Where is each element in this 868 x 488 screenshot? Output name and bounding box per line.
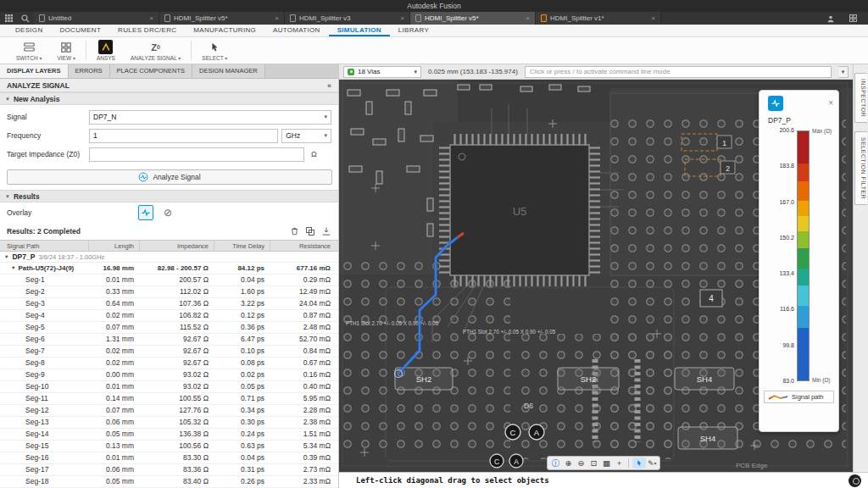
close-icon[interactable]: ×: [275, 14, 279, 22]
zoom-in-icon[interactable]: ⊕: [563, 457, 574, 469]
segment-row[interactable]: Seg-150.13 mm100.56 Ω0.63 ps5.34 mΩ: [0, 441, 338, 452]
assistant-button[interactable]: [849, 474, 861, 487]
draw-mode-button[interactable]: ✎▾: [648, 459, 657, 468]
close-icon[interactable]: ×: [526, 14, 530, 22]
ribbon-tab-document[interactable]: DOCUMENT: [51, 25, 109, 36]
segment-row[interactable]: Seg-90.00 mm93.02 Ω0.02 ps0.16 mΩ: [0, 369, 338, 381]
side-tab-inspector[interactable]: INSPECTOR: [854, 73, 867, 123]
pcb-viewport[interactable]: U5 SH2 SH2 SH4 SH4: [339, 80, 853, 472]
segment-row[interactable]: Seg-50.07 mm115.52 Ω0.36 ps2.48 mΩ: [0, 322, 338, 334]
segment-row[interactable]: Seg-100.01 mm93.02 Ω0.05 ps0.40 mΩ: [0, 381, 338, 393]
vias-dropdown[interactable]: 18 Vias ▾: [343, 66, 421, 78]
doc-tab[interactable]: Untitled×: [34, 12, 159, 25]
export-results-icon[interactable]: [321, 226, 331, 236]
compare-results-icon[interactable]: [305, 226, 315, 236]
segment-row[interactable]: Seg-180.05 mm83.40 Ω0.26 ps2.33 mΩ: [0, 476, 338, 488]
info-icon[interactable]: ⓘ: [550, 457, 561, 469]
chip-u5[interactable]: U5: [439, 134, 600, 286]
doc-tab[interactable]: HDMI_Splitter v5*×: [410, 12, 536, 25]
collapse-caret-icon[interactable]: ▼: [11, 263, 15, 274]
section-new-analysis[interactable]: ▼ New Analysis: [0, 92, 338, 105]
column-header[interactable]: Time Delay: [214, 241, 270, 251]
pcb-canvas-region: 18 Vias ▾ 0.025 mm (153.183 -135.974) ▾: [339, 64, 853, 472]
segment-resistance: 2.48 mΩ: [270, 322, 336, 333]
user-account-icon[interactable]: [822, 14, 839, 23]
segment-impedance: 93.02 Ω: [139, 369, 214, 380]
cursor-coordinates: 0.025 mm (153.183 -135.974): [428, 68, 518, 75]
side-tab-selection-filter[interactable]: SELECTION FILTER: [854, 131, 867, 205]
delete-result-icon[interactable]: [290, 226, 299, 236]
panel-tab-place-components[interactable]: PLACE COMPONENTS: [110, 64, 192, 78]
segment-row[interactable]: Seg-140.05 mm136.38 Ω0.24 ps1.51 mΩ: [0, 429, 338, 441]
zoom-out-icon[interactable]: ⊖: [576, 457, 587, 469]
ribbon-tab-design[interactable]: DESIGN: [7, 25, 51, 36]
segment-row[interactable]: Seg-61.31 mm92.67 Ω6.47 ps52.70 mΩ: [0, 334, 338, 346]
path-row[interactable]: ▼ Path-U5(72)-J4(9) 16.98 mm 82.98 - 200…: [0, 263, 338, 274]
ribbon-tab-rules-drc-erc[interactable]: RULES DRC/ERC: [109, 25, 185, 36]
panel-tab-errors[interactable]: ERRORS: [69, 64, 110, 78]
analyze-signal-button[interactable]: Analyze Signal: [7, 169, 332, 185]
apps-grid-icon[interactable]: [0, 12, 17, 25]
zoom-fit-icon[interactable]: ⊡: [588, 457, 599, 469]
column-header[interactable]: Impedance: [139, 241, 214, 251]
segment-row[interactable]: Seg-170.06 mm83.36 Ω0.31 ps2.73 mΩ: [0, 464, 338, 476]
legend-tick: 150.2: [760, 235, 794, 241]
panel-tab-display-layers[interactable]: DISPLAY LAYERS: [0, 64, 69, 78]
segment-row[interactable]: Seg-10.01 mm200.57 Ω0.04 ps0.29 mΩ: [0, 274, 338, 286]
segment-row[interactable]: Seg-110.14 mm100.55 Ω0.71 ps5.95 mΩ: [0, 393, 338, 405]
segment-row[interactable]: Seg-120.07 mm127.76 Ω0.34 ps2.28 mΩ: [0, 405, 338, 417]
grid-icon[interactable]: [844, 14, 861, 22]
legend-tick: 83.0: [760, 378, 794, 384]
section-results[interactable]: ▼ Results: [0, 190, 338, 202]
segment-time-delay: 0.71 ps: [214, 393, 270, 404]
overlay-signal-toggle[interactable]: [138, 205, 153, 220]
segment-row[interactable]: Seg-20.33 mm112.02 Ω1.60 ps12.49 mΩ: [0, 286, 338, 298]
target-impedance-input[interactable]: [89, 147, 304, 162]
close-icon[interactable]: ×: [651, 14, 655, 22]
ribbon-tab-simulation[interactable]: SIMULATION: [329, 25, 390, 36]
analyze-signal-tool-button[interactable]: Z0 ANALYZE SIGNAL ▾: [123, 37, 188, 64]
overlay-off-toggle[interactable]: ⊘: [160, 205, 175, 220]
ansys-extension-button[interactable]: ANSYS: [89, 37, 123, 64]
segment-length: 0.02 mm: [88, 346, 139, 357]
segment-row[interactable]: Seg-30.64 mm107.36 Ω3.22 ps24.04 mΩ: [0, 298, 338, 310]
doc-tab[interactable]: HDMI_Splitter v1*×: [536, 12, 661, 25]
search-icon[interactable]: [17, 12, 34, 25]
segment-row[interactable]: Seg-130.06 mm105.32 Ω0.30 ps2.38 mΩ: [0, 417, 338, 429]
view-tool-button[interactable]: VIEW ▾: [49, 37, 82, 64]
close-icon[interactable]: ×: [149, 14, 153, 22]
segment-time-delay: 0.26 ps: [214, 476, 270, 487]
doc-tab[interactable]: HDMI_Splitter v3×: [285, 12, 410, 25]
segment-row[interactable]: Seg-40.02 mm106.82 Ω0.12 ps0.87 mΩ: [0, 310, 338, 322]
ribbon-tab-library[interactable]: LIBRARY: [390, 25, 437, 36]
ribbon-tab-automation[interactable]: AUTOMATION: [264, 25, 329, 36]
command-history-toggle[interactable]: ▾: [838, 66, 849, 78]
grid-toggle-icon[interactable]: ▦: [601, 457, 612, 469]
result-group-row[interactable]: ▼ DP7_P 3/6/24 18:37 - 1.00GHz: [0, 252, 338, 263]
frequency-input[interactable]: [89, 129, 278, 143]
column-header[interactable]: Resistance: [270, 241, 336, 251]
signal-overlay-icon[interactable]: [768, 96, 783, 111]
segment-impedance: 200.57 Ω: [139, 274, 214, 286]
column-header[interactable]: Signal Path: [0, 241, 88, 251]
pan-icon[interactable]: +: [614, 457, 625, 469]
close-icon[interactable]: ×: [828, 99, 833, 108]
doc-tab[interactable]: HDMI_Splitter v5*×: [159, 12, 285, 25]
panel-tab-design-manager[interactable]: DESIGN MANAGER: [192, 64, 265, 78]
column-header[interactable]: Length: [88, 241, 139, 251]
collapse-caret-icon[interactable]: ▼: [4, 254, 8, 259]
segment-row[interactable]: Seg-80.02 mm92.67 Ω0.08 ps0.67 mΩ: [0, 358, 338, 369]
switch-tool-button[interactable]: SWITCH ▾: [8, 37, 49, 64]
legend-tick: 133.4: [760, 270, 794, 276]
signal-select[interactable]: DP7_N ▾: [89, 110, 331, 125]
segment-row[interactable]: Seg-160.01 mm83.30 Ω0.04 ps0.39 mΩ: [0, 452, 338, 464]
close-icon[interactable]: ×: [400, 14, 404, 22]
collapse-panel-icon[interactable]: «: [327, 81, 331, 90]
frequency-unit-select[interactable]: GHz ▾: [281, 129, 331, 143]
command-line-input[interactable]: [525, 66, 832, 78]
segment-impedance: 83.30 Ω: [139, 452, 214, 463]
segment-row[interactable]: Seg-70.02 mm92.67 Ω0.10 ps0.84 mΩ: [0, 346, 338, 358]
ribbon-tab-manufacturing[interactable]: MANUFACTURING: [185, 25, 264, 36]
select-tool-button[interactable]: SELECT ▾: [194, 37, 235, 64]
select-mode-button[interactable]: [632, 458, 646, 469]
